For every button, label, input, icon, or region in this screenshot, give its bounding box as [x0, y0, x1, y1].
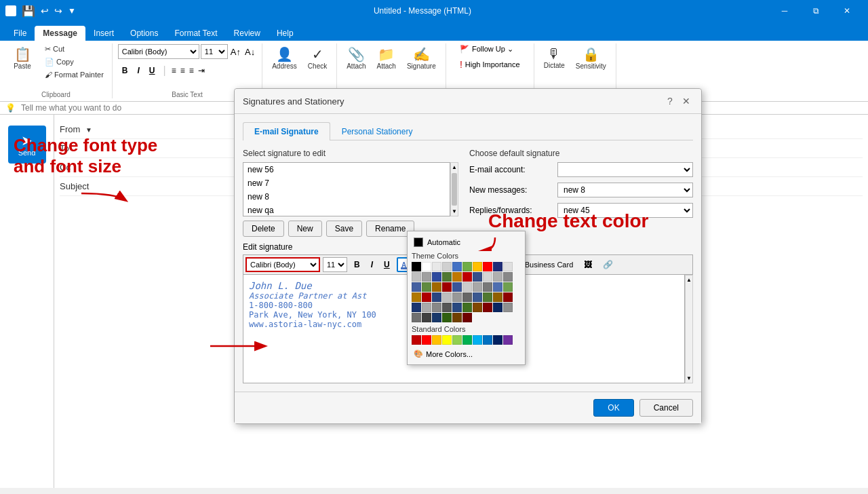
tab-file[interactable]: File: [5, 26, 35, 41]
theme-color-swatch[interactable]: [442, 282, 452, 292]
tab-personal-stationery[interactable]: Personal Stationery: [330, 122, 425, 140]
close-button[interactable]: ✕: [831, 0, 863, 22]
auto-color-option[interactable]: Automatic: [412, 235, 521, 249]
theme-color-swatch[interactable]: [473, 282, 482, 292]
edit-font-family-select[interactable]: Calibri (Body): [245, 257, 320, 272]
quick-undo[interactable]: ↩: [41, 5, 49, 16]
underline-button[interactable]: U: [145, 63, 159, 78]
theme-color-swatch[interactable]: [452, 313, 462, 322]
theme-color-swatch[interactable]: [493, 262, 502, 271]
replies-select[interactable]: new 45: [557, 203, 693, 218]
theme-color-swatch[interactable]: [462, 313, 472, 322]
signature-button[interactable]: ✍ Signature: [403, 43, 440, 73]
theme-color-swatch[interactable]: [412, 292, 421, 302]
indent-btn[interactable]: ⇥: [197, 66, 206, 75]
theme-color-swatch[interactable]: [473, 292, 482, 302]
standard-color-swatch[interactable]: [503, 335, 513, 345]
theme-color-swatch[interactable]: [422, 272, 431, 282]
standard-color-swatch[interactable]: [462, 335, 472, 345]
attach-item-button[interactable]: 📁 Attach: [373, 43, 400, 73]
standard-color-swatch[interactable]: [432, 335, 441, 345]
theme-color-swatch[interactable]: [432, 282, 441, 292]
minimize-button[interactable]: ─: [769, 0, 800, 22]
theme-color-swatch[interactable]: [462, 292, 472, 302]
edit-scrollbar[interactable]: ▲ ▼: [685, 275, 693, 383]
theme-color-swatch[interactable]: [493, 292, 502, 302]
theme-color-swatch[interactable]: [483, 303, 492, 312]
dialog-help-button[interactable]: ?: [663, 94, 677, 108]
copy-button[interactable]: 📄 Copy: [42, 56, 106, 68]
tab-format-text[interactable]: Format Text: [166, 26, 225, 41]
theme-color-swatch[interactable]: [432, 272, 441, 282]
sensitivity-button[interactable]: 🔒 Sensitivity: [572, 43, 610, 73]
tellme-input[interactable]: [21, 103, 224, 113]
tab-review[interactable]: Review: [226, 26, 269, 41]
align-right-btn[interactable]: ≡: [188, 66, 195, 75]
email-account-select[interactable]: [557, 162, 693, 177]
scrollbar[interactable]: ▲ ▼: [450, 162, 458, 216]
sig-list[interactable]: new 56 new 7 new 8 new qa SRP yuval: [243, 162, 450, 216]
theme-color-swatch[interactable]: [452, 303, 462, 312]
tab-message[interactable]: Message: [35, 26, 85, 41]
high-importance-button[interactable]: ! High Importance: [457, 58, 523, 71]
theme-color-swatch[interactable]: [462, 282, 472, 292]
quick-customize[interactable]: ▼: [68, 6, 76, 16]
theme-color-swatch[interactable]: [442, 262, 452, 271]
font-shrink-btn[interactable]: A↓: [243, 47, 256, 57]
theme-color-swatch[interactable]: [412, 282, 421, 292]
theme-color-swatch[interactable]: [442, 272, 452, 282]
standard-color-swatch[interactable]: [452, 335, 462, 345]
address-button[interactable]: 👤 Address: [268, 43, 301, 73]
followup-button[interactable]: 🚩 Follow Up ⌄: [457, 43, 516, 55]
theme-color-swatch[interactable]: [432, 292, 441, 302]
insert-photo-button[interactable]: 🖼: [580, 257, 596, 272]
standard-color-swatch[interactable]: [422, 335, 431, 345]
theme-color-swatch[interactable]: [493, 272, 502, 282]
tab-insert[interactable]: Insert: [85, 26, 122, 41]
scroll-up-btn[interactable]: ▲: [450, 163, 458, 172]
theme-color-swatch[interactable]: [503, 303, 513, 312]
sig-item-new8[interactable]: new 8: [243, 190, 450, 204]
restore-button[interactable]: ⧉: [800, 0, 831, 22]
theme-color-swatch[interactable]: [493, 282, 502, 292]
theme-color-swatch[interactable]: [503, 262, 513, 271]
theme-color-swatch[interactable]: [473, 262, 482, 271]
insert-link-button[interactable]: 🔗: [599, 257, 617, 272]
edit-italic-button[interactable]: I: [367, 257, 377, 272]
standard-color-swatch[interactable]: [483, 335, 492, 345]
theme-color-swatch[interactable]: [452, 282, 462, 292]
more-colors-button[interactable]: 🎨 More Colors...: [412, 347, 521, 360]
quick-redo[interactable]: ↪: [54, 5, 62, 16]
align-center-btn[interactable]: ≡: [179, 66, 186, 75]
theme-color-swatch[interactable]: [422, 303, 431, 312]
theme-color-swatch[interactable]: [452, 272, 462, 282]
font-family-select[interactable]: Calibri (Body): [118, 44, 199, 59]
edit-scroll-down[interactable]: ▼: [685, 374, 693, 383]
new-button[interactable]: New: [288, 221, 322, 237]
from-dropdown-icon[interactable]: ▼: [85, 126, 92, 134]
paste-button[interactable]: 📋 Paste: [5, 43, 39, 73]
check-button[interactable]: ✓ Check: [304, 43, 331, 73]
format-painter-button[interactable]: 🖌 Format Painter: [42, 69, 106, 80]
theme-color-swatch[interactable]: [483, 282, 492, 292]
theme-color-swatch[interactable]: [442, 313, 452, 322]
theme-color-swatch[interactable]: [432, 262, 441, 271]
theme-color-swatch[interactable]: [442, 292, 452, 302]
edit-bold-button[interactable]: B: [350, 257, 364, 272]
cut-button[interactable]: ✂ Cut: [42, 43, 106, 55]
italic-button[interactable]: I: [133, 63, 143, 78]
edit-font-size-select[interactable]: 11: [323, 257, 347, 272]
theme-color-swatch[interactable]: [473, 303, 482, 312]
quick-save[interactable]: 💾: [22, 5, 35, 18]
delete-button[interactable]: Delete: [243, 221, 284, 237]
theme-color-swatch[interactable]: [503, 272, 513, 282]
theme-color-swatch[interactable]: [422, 262, 431, 271]
save-button[interactable]: Save: [326, 221, 362, 237]
font-size-select[interactable]: 11: [201, 44, 228, 59]
theme-color-swatch[interactable]: [452, 262, 462, 271]
theme-color-swatch[interactable]: [422, 313, 431, 322]
edit-underline-button[interactable]: U: [380, 257, 394, 272]
theme-color-swatch[interactable]: [493, 303, 502, 312]
theme-color-swatch[interactable]: [442, 303, 452, 312]
theme-color-swatch[interactable]: [483, 292, 492, 302]
